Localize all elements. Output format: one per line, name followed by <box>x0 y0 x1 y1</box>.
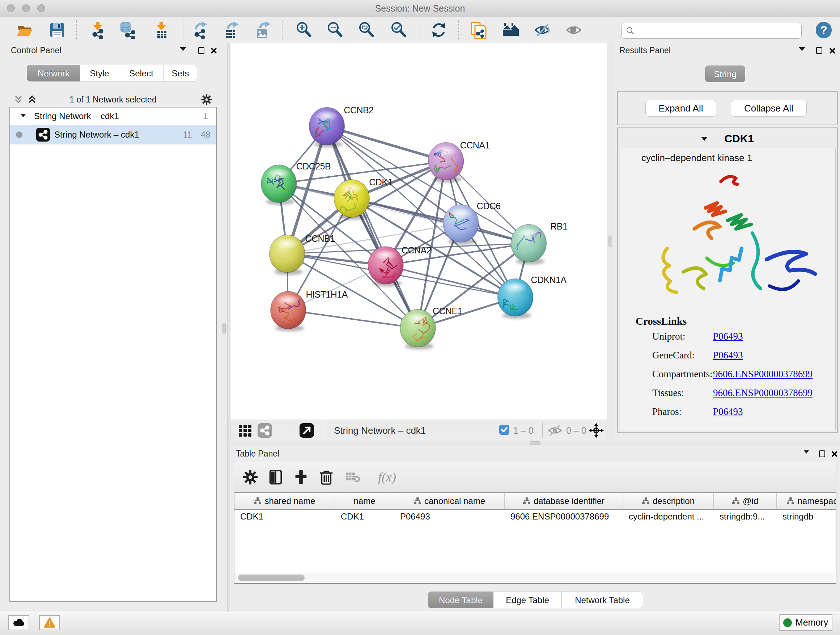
table-cell[interactable]: stringdb <box>777 510 836 524</box>
results-panel-close-icon[interactable] <box>829 47 836 54</box>
scrollbar-thumb[interactable] <box>238 575 305 581</box>
network-node-CCNA1[interactable] <box>428 142 464 182</box>
network-node-CCNA2[interactable] <box>368 247 403 287</box>
table-cell[interactable]: stringdb:9... <box>714 510 777 524</box>
network-edge-CCNE1-HIST1H1A[interactable] <box>288 310 418 328</box>
column-header-shared-name[interactable]: shared name <box>234 493 335 509</box>
network-node-CDKN1A[interactable] <box>498 279 533 319</box>
control-panel-menu-icon[interactable] <box>180 47 186 51</box>
table-horizontal-scrollbar[interactable] <box>235 573 835 583</box>
network-node-CCNE1[interactable] <box>400 310 436 350</box>
help-icon[interactable]: ? <box>816 22 832 38</box>
zoom-out-icon[interactable] <box>326 21 344 39</box>
copy-network-icon[interactable] <box>470 21 487 39</box>
table-cell[interactable]: CDK1 <box>234 510 335 524</box>
open-session-icon[interactable] <box>16 21 33 39</box>
right-splitter-handle[interactable] <box>608 236 612 247</box>
results-panel-float-icon[interactable] <box>816 47 822 54</box>
grid-view-icon[interactable] <box>238 423 253 438</box>
tab-network[interactable]: Network <box>27 65 80 81</box>
crosslink-row: GeneCard:P06493 <box>652 350 826 369</box>
network-node-CDC25B[interactable] <box>261 165 297 205</box>
table-panel-float-icon[interactable] <box>819 450 825 457</box>
column-header--id[interactable]: @id <box>714 493 777 509</box>
network-collection-row[interactable]: String Network – cdk1 1 <box>10 108 216 125</box>
import-network-from-database-icon[interactable] <box>119 21 137 39</box>
tab-sets[interactable]: Sets <box>164 65 197 81</box>
table-panel-close-icon[interactable] <box>831 450 838 458</box>
network-node-RB1[interactable] <box>511 225 546 264</box>
cloud-status-button[interactable] <box>8 615 29 630</box>
tab-string[interactable]: String <box>705 65 745 82</box>
export-image-icon[interactable] <box>254 21 272 39</box>
network-view-share-icon[interactable] <box>257 423 272 438</box>
column-header-name[interactable]: name <box>335 493 394 509</box>
column-header-database-identifier[interactable]: database identifier <box>505 493 623 509</box>
results-panel: Results Panel String Expand All Collapse… <box>614 43 840 440</box>
refresh-icon[interactable] <box>430 21 447 39</box>
collection-expand-icon[interactable] <box>20 114 26 117</box>
results-panel-menu-icon[interactable] <box>799 47 805 51</box>
control-panel-float-icon[interactable] <box>198 47 204 54</box>
select-columns-icon[interactable] <box>267 469 284 486</box>
save-session-icon[interactable] <box>49 21 66 39</box>
birdseye-view-icon[interactable] <box>299 423 314 438</box>
crosslink-link[interactable]: 9606.ENSP00000378699 <box>713 369 813 380</box>
control-panel-close-icon[interactable] <box>210 47 217 54</box>
window-title: Session: New Session <box>0 3 840 14</box>
import-table-icon[interactable] <box>153 21 171 39</box>
show-all-icon[interactable] <box>565 21 583 39</box>
crosslink-link[interactable]: P06493 <box>713 331 743 342</box>
warnings-button[interactable] <box>39 615 60 630</box>
export-table-icon[interactable] <box>223 21 240 39</box>
tab-select[interactable]: Select <box>119 65 164 81</box>
table-cell[interactable]: P06493 <box>394 510 505 524</box>
left-splitter-handle[interactable] <box>222 323 226 334</box>
tab-network-table[interactable]: Network Table <box>562 592 643 608</box>
column-header-namespace[interactable]: namespace <box>777 493 836 509</box>
network-canvas[interactable]: CCNB2CCNA1CDC25BCDK1CDC6RB1CCNB1CCNA2CDK… <box>230 43 607 420</box>
search-input[interactable] <box>638 24 798 36</box>
crosslink-link[interactable]: P06493 <box>713 350 743 361</box>
table-row[interactable]: CDK1CDK1P064939606.ENSP00000378699cyclin… <box>234 510 836 524</box>
network-edge-CCNB2-CCNA1[interactable] <box>327 126 446 162</box>
table-panel-menu-icon[interactable] <box>804 450 809 454</box>
protein-section-collapse-icon[interactable] <box>701 137 707 141</box>
column-header-description[interactable]: description <box>623 493 714 509</box>
title-bar: Session: New Session <box>0 0 840 17</box>
zoom-in-icon[interactable] <box>295 21 313 39</box>
memory-button[interactable]: Memory <box>779 614 832 631</box>
zoom-fit-icon[interactable] <box>358 21 375 39</box>
network-row[interactable]: String Network – cdk1 11 48 <box>10 125 216 144</box>
tab-style[interactable]: Style <box>80 65 119 81</box>
crosslink-link[interactable]: 9606.ENSP00000378699 <box>713 387 813 399</box>
zoom-selected-icon[interactable] <box>390 21 407 39</box>
export-network-icon[interactable] <box>192 21 210 39</box>
column-label: name <box>354 496 375 506</box>
network-node-CCNB1[interactable] <box>270 235 305 275</box>
first-neighbors-icon[interactable] <box>502 21 519 39</box>
expand-all-button[interactable]: Expand All <box>645 100 716 117</box>
network-options-gear-icon[interactable] <box>201 93 213 107</box>
pan-tool-icon[interactable] <box>589 423 604 438</box>
add-column-icon[interactable] <box>293 469 309 486</box>
collapse-all-button[interactable]: Collapse All <box>731 100 807 117</box>
left-splitter[interactable] <box>227 43 230 612</box>
bottom-splitter-handle[interactable] <box>530 441 540 445</box>
delete-column-icon[interactable] <box>318 469 335 486</box>
network-edge-CDK1-RB1[interactable] <box>352 198 529 243</box>
import-network-icon[interactable] <box>89 21 107 39</box>
table-cell[interactable]: 9606.ENSP00000378699 <box>505 510 623 524</box>
network-node-CDC6[interactable] <box>443 204 478 245</box>
tab-edge-table[interactable]: Edge Table <box>493 592 562 608</box>
table-cell[interactable]: cyclin-dependent ... <box>623 510 714 524</box>
table-options-gear-icon[interactable] <box>242 469 259 486</box>
table-cell[interactable]: CDK1 <box>335 510 394 524</box>
toolbar-separator <box>76 20 77 40</box>
tab-node-table[interactable]: Node Table <box>428 592 493 608</box>
network-node-HIST1H1A[interactable] <box>271 291 306 332</box>
column-header-canonical-name[interactable]: canonical name <box>394 493 505 509</box>
crosslink-link[interactable]: P06493 <box>713 406 743 417</box>
selected-nodes-checkbox[interactable] <box>499 424 509 435</box>
hide-selected-icon[interactable] <box>534 21 551 39</box>
